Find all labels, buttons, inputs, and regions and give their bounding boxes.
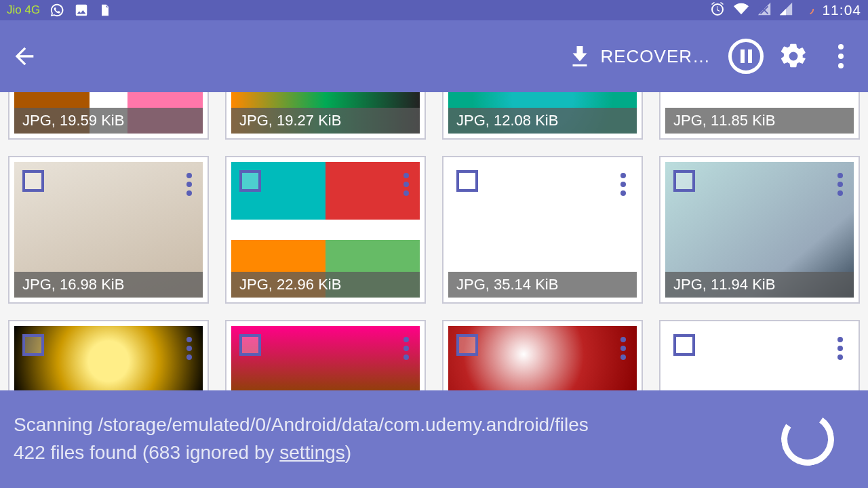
recovery-grid-container[interactable]: JPG, 19.59 KiB JPG, 19.27 KiB JPG, 12.08… (0, 92, 868, 390)
photos-icon (74, 3, 89, 18)
tile-menu-button[interactable] (835, 170, 846, 199)
scan-status-bar: Scanning /storage/emulated/0/Android/dat… (0, 390, 868, 488)
scan-count-text: 422 files found (683 ignored by settings… (14, 439, 781, 467)
thumbnail-image (14, 326, 203, 390)
settings-link[interactable]: settings (279, 442, 345, 463)
battery-icon (800, 1, 815, 20)
svg-point-2 (838, 54, 844, 59)
alarm-icon (709, 1, 726, 20)
thumbnail-image: JPG, 19.27 KiB (231, 92, 420, 134)
select-checkbox[interactable] (22, 170, 44, 192)
tile-menu-button[interactable] (618, 170, 629, 199)
thumbnail-image: JPG, 19.59 KiB (14, 92, 203, 134)
file-info-label: JPG, 11.85 KiB (665, 108, 854, 134)
svg-point-3 (838, 63, 844, 68)
pause-icon (728, 39, 764, 74)
file-info-label: JPG, 16.98 KiB (14, 272, 203, 298)
recover-button[interactable]: RECOVER… (561, 44, 717, 68)
gear-icon (778, 41, 808, 71)
image-tile[interactable]: JPG, 35.14 KiB (442, 156, 643, 304)
image-tile[interactable] (225, 320, 426, 390)
svg-point-0 (802, 3, 814, 14)
file-info-label: JPG, 19.27 KiB (231, 108, 420, 134)
tile-menu-button[interactable] (184, 170, 195, 199)
thumbnail-image: JPG, 11.94 KiB (665, 162, 854, 298)
thumbnail-image (665, 326, 854, 390)
image-tile[interactable]: JPG, 11.85 KiB (659, 92, 860, 140)
image-tile[interactable] (8, 320, 209, 390)
thumbnail-image: JPG, 22.96 KiB (231, 162, 420, 298)
status-clock: 11:04 (822, 2, 861, 18)
loading-spinner-icon (777, 409, 838, 470)
image-tile[interactable]: JPG, 19.59 KiB (8, 92, 209, 140)
pause-button[interactable] (727, 37, 765, 75)
tile-menu-button[interactable] (835, 334, 846, 363)
thumbnail-image (448, 326, 637, 390)
scan-path-text: Scanning /storage/emulated/0/Android/dat… (14, 411, 781, 439)
image-tile[interactable]: JPG, 12.08 KiB (442, 92, 643, 140)
tile-menu-button[interactable] (401, 334, 412, 363)
thumbnail-image: JPG, 16.98 KiB (14, 162, 203, 298)
svg-point-1 (838, 44, 844, 49)
signal-sim1-icon (757, 1, 772, 20)
recover-label: RECOVER… (600, 46, 711, 67)
image-tile[interactable]: JPG, 11.94 KiB (659, 156, 860, 304)
whatsapp-icon (50, 3, 64, 18)
select-checkbox[interactable] (673, 170, 695, 192)
overflow-menu-button[interactable] (822, 37, 860, 75)
file-info-label: JPG, 19.59 KiB (14, 108, 203, 134)
back-button[interactable] (8, 40, 41, 73)
select-checkbox[interactable] (22, 334, 44, 356)
image-tile[interactable] (442, 320, 643, 390)
file-info-label: JPG, 22.96 KiB (231, 272, 420, 298)
wifi-icon (732, 1, 750, 20)
image-tile[interactable]: JPG, 22.96 KiB (225, 156, 426, 304)
carrier-label: Jio 4G (7, 3, 40, 17)
tile-menu-button[interactable] (184, 334, 195, 363)
thumbnail-image: JPG, 11.85 KiB (665, 92, 854, 134)
more-vert-icon (838, 44, 844, 68)
select-checkbox[interactable] (239, 334, 261, 356)
tile-menu-button[interactable] (401, 170, 412, 199)
select-checkbox[interactable] (239, 170, 261, 192)
select-checkbox[interactable] (456, 170, 478, 192)
select-checkbox[interactable] (673, 334, 695, 356)
settings-button[interactable] (774, 37, 812, 75)
image-tile[interactable] (659, 320, 860, 390)
signal-sim2-icon (778, 1, 793, 20)
thumbnail-image: JPG, 12.08 KiB (448, 92, 637, 134)
file-info-label: JPG, 35.14 KiB (448, 272, 637, 298)
image-tile[interactable]: JPG, 19.27 KiB (225, 92, 426, 140)
file-info-label: JPG, 12.08 KiB (448, 108, 637, 134)
select-checkbox[interactable] (456, 334, 478, 356)
status-bar: Jio 4G 11:04 (0, 0, 868, 20)
thumbnail-image (231, 326, 420, 390)
app-bar: RECOVER… (0, 20, 868, 92)
file-info-label: JPG, 11.94 KiB (665, 272, 854, 298)
tile-menu-button[interactable] (618, 334, 629, 363)
app-notification-icon (98, 3, 112, 18)
image-tile[interactable]: JPG, 16.98 KiB (8, 156, 209, 304)
thumbnail-image: JPG, 35.14 KiB (448, 162, 637, 298)
